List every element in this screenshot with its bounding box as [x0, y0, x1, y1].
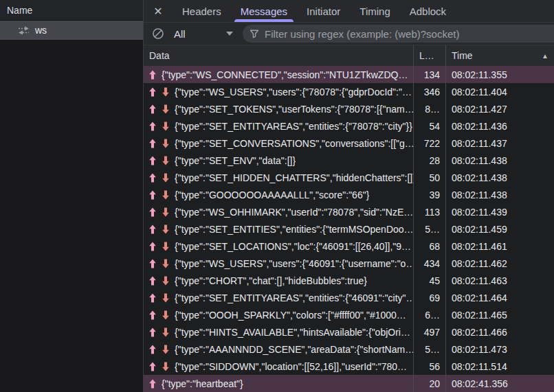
received-arrow-icon — [162, 190, 170, 200]
message-length-cell: 5… — [413, 220, 445, 238]
message-row-received[interactable]: {"type":"CHORT","chat":[],"hideBubbles":… — [144, 272, 554, 289]
message-row-received[interactable]: {"type":"AAANNNDD_SCENE","areaData":{"sh… — [144, 341, 554, 358]
websocket-messages-grid: Data L… Time ▲ — [144, 45, 554, 392]
sent-arrow-icon — [148, 173, 157, 183]
message-data-cell: {"type":"AAANNNDD_SCENE","areaData":{"sh… — [144, 341, 413, 358]
message-time-cell: 08:02:41.356 — [445, 375, 554, 392]
message-row-received[interactable]: {"type":"WS_USERS","users":{"46091":{"us… — [144, 255, 554, 272]
message-payload-text: {"type":"CHORT","chat":[],"hideBubbles":… — [175, 275, 367, 286]
received-arrow-icon — [162, 224, 170, 234]
request-name-label: ws — [35, 25, 47, 36]
message-data-cell: {"type":"SET_ENTITIES","entities":{"term… — [144, 220, 413, 238]
tab-adblock[interactable]: Adblock — [400, 0, 456, 22]
tab-messages[interactable]: Messages — [231, 0, 297, 22]
message-row-received[interactable]: {"type":"HINTS_AVAILABLE","hintsAvailabl… — [144, 323, 554, 341]
message-time-cell: 08:02:11.355 — [445, 66, 554, 83]
message-time-cell: 08:02:11.437 — [445, 135, 554, 152]
filter-funnel-icon — [250, 29, 259, 38]
received-arrow-icon — [162, 122, 170, 131]
message-time-cell: 08:02:11.427 — [445, 100, 554, 117]
sent-arrow-icon — [148, 190, 157, 200]
message-row-received[interactable]: {"type":"SET_ENTITYAREAS","entities":{"7… — [144, 117, 554, 135]
sent-arrow-icon — [148, 345, 157, 354]
clear-messages-icon[interactable] — [152, 27, 164, 40]
message-row-received[interactable]: {"type":"SIDDOWN","location":[[52,16]],"… — [144, 358, 554, 375]
sent-arrow-icon — [148, 156, 157, 165]
message-row-received[interactable]: {"type":"SET_ENV","data":[]} 28 08:02:11… — [144, 152, 554, 169]
message-time-cell: 08:02:11.465 — [445, 306, 554, 323]
message-data-cell: {"type":"WS_OHHIMARK","userId":"78078","… — [144, 203, 413, 220]
message-length-cell: 20 — [413, 375, 445, 392]
message-payload-text: {"type":"SET_ENTITYAREAS","entities":{"7… — [175, 121, 412, 132]
message-row-sent[interactable]: {"type":"WS_CONNECTED","session":"NTU1ZT… — [144, 66, 554, 83]
message-row-received[interactable]: {"type":"OOOH_SPARKLY","colors":["#ffff0… — [144, 306, 554, 323]
message-data-cell: {"type":"heartbeat"} — [144, 375, 413, 392]
request-detail-pane: ✕ Headers Messages Initiator Timing Adbl… — [144, 0, 554, 392]
message-length-cell: 722 — [413, 135, 445, 152]
message-data-cell: {"type":"GOOOOOOAAAAALLL","score":"66"} — [144, 186, 413, 203]
sent-arrow-icon — [148, 122, 157, 131]
message-row-received[interactable]: {"type":"SET_HIDDEN_CHATTERS","hiddenCha… — [144, 169, 554, 186]
message-length-cell: 5… — [413, 341, 445, 358]
message-time-cell: 08:02:11.466 — [445, 323, 554, 341]
message-time-cell: 08:02:11.438 — [445, 186, 554, 203]
message-data-cell: {"type":"SET_TOKENS","userTokens":{"7807… — [144, 100, 413, 117]
received-arrow-icon — [162, 156, 170, 165]
message-row-sent[interactable]: {"type":"heartbeat"} 20 08:02:41.356 — [144, 375, 554, 392]
received-arrow-icon — [162, 259, 170, 268]
sent-arrow-icon — [148, 207, 157, 217]
received-arrow-icon — [162, 310, 170, 320]
message-length-cell: 45 — [413, 272, 445, 289]
message-payload-text: {"type":"OOOH_SPARKLY","colors":["#ffff0… — [175, 310, 406, 321]
devtools-network-panel: Name ws ✕ Headers Messages Initiator Tim… — [0, 0, 554, 392]
detail-tabbar: ✕ Headers Messages Initiator Timing Adbl… — [144, 0, 554, 23]
message-type-dropdown[interactable]: All — [174, 28, 233, 40]
message-time-cell: 08:02:11.439 — [445, 203, 554, 220]
received-arrow-icon — [162, 87, 170, 97]
column-header-length[interactable]: L… — [413, 45, 445, 66]
chevron-down-icon — [226, 32, 233, 36]
message-payload-text: {"type":"heartbeat"} — [162, 378, 243, 389]
message-row-received[interactable]: {"type":"SET_LOCATIONS","loc":{"46091":[… — [144, 238, 554, 255]
sidebar-item-ws[interactable]: ws — [0, 21, 143, 40]
received-arrow-icon — [162, 207, 170, 217]
message-payload-text: {"type":"HINTS_AVAILABLE","hintsAvailabl… — [175, 327, 410, 338]
column-header-time[interactable]: Time ▲ — [445, 45, 554, 66]
message-row-received[interactable]: {"type":"WS_OHHIMARK","userId":"78078","… — [144, 203, 554, 220]
message-time-cell: 08:02:11.463 — [445, 272, 554, 289]
message-row-received[interactable]: {"type":"GOOOOOOAAAAALLL","score":"66"} … — [144, 186, 554, 203]
close-icon[interactable]: ✕ — [144, 0, 173, 22]
name-column-header[interactable]: Name — [0, 0, 143, 21]
message-data-cell: {"type":"SET_HIDDEN_CHATTERS","hiddenCha… — [144, 169, 413, 186]
tab-timing[interactable]: Timing — [350, 0, 399, 22]
sent-arrow-icon — [148, 310, 157, 320]
sent-arrow-icon — [148, 293, 157, 303]
message-payload-text: {"type":"SET_HIDDEN_CHATTERS","hiddenCha… — [175, 172, 413, 183]
message-payload-text: {"type":"SET_CONVERSATIONS","conversatio… — [175, 138, 413, 149]
message-time-cell: 08:02:11.404 — [445, 83, 554, 100]
message-length-cell: 134 — [413, 66, 445, 83]
message-length-cell: 28 — [413, 152, 445, 169]
sent-arrow-icon — [148, 276, 157, 286]
message-row-received[interactable]: {"type":"SET_ENTITYAREAS","entities":{"4… — [144, 289, 554, 306]
message-payload-text: {"type":"SET_ENTITYAREAS","entities":{"4… — [175, 292, 413, 303]
message-row-received[interactable]: {"type":"SET_TOKENS","userTokens":{"7807… — [144, 100, 554, 117]
sent-arrow-icon — [148, 259, 157, 268]
message-row-received[interactable]: {"type":"WS_USERS","users":{"78078":{"gd… — [144, 83, 554, 100]
tab-headers[interactable]: Headers — [173, 0, 231, 22]
message-length-cell: 54 — [413, 117, 445, 135]
message-length-cell: 6… — [413, 306, 445, 323]
message-row-received[interactable]: {"type":"SET_CONVERSATIONS","conversatio… — [144, 135, 554, 152]
received-arrow-icon — [162, 242, 170, 251]
sent-arrow-icon — [148, 362, 157, 371]
message-time-cell: 08:02:11.473 — [445, 341, 554, 358]
tab-initiator[interactable]: Initiator — [297, 0, 350, 22]
received-arrow-icon — [162, 276, 170, 286]
message-payload-text: {"type":"WS_OHHIMARK","userId":"78078","… — [175, 207, 413, 218]
received-arrow-icon — [162, 345, 170, 354]
column-header-data[interactable]: Data — [144, 45, 413, 66]
message-length-cell: 69 — [413, 289, 445, 306]
message-row-received[interactable]: {"type":"SET_ENTITIES","entities":{"term… — [144, 220, 554, 238]
regex-filter-input[interactable] — [265, 28, 554, 40]
message-data-cell: {"type":"SET_ENTITYAREAS","entities":{"4… — [144, 289, 413, 306]
